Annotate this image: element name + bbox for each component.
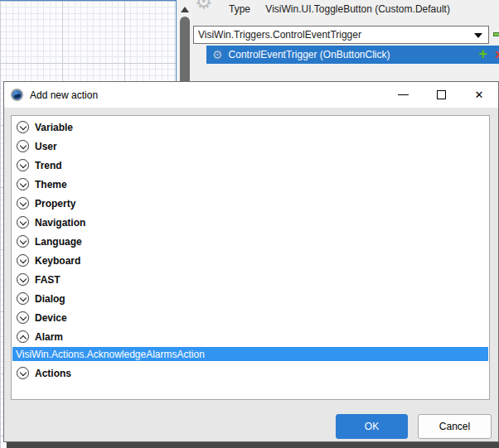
category-label: Trend [35,160,62,171]
minimize-button[interactable] [384,82,422,108]
gear-icon: ⚙ [195,0,213,13]
chevron-up-circle-icon[interactable] [17,330,29,343]
category-label: Keyboard [35,255,80,267]
category-row-fast[interactable]: FAST [12,270,489,289]
type-label: Type [229,3,250,15]
category-row-language[interactable]: Language [12,232,489,251]
dialog-titlebar[interactable]: Add new action ✕ [4,82,498,108]
category-row-trend[interactable]: Trend [12,156,489,175]
properties-panel: ⚙ Type VisiWin.UI.ToggleButton (Custom.D… [192,0,499,81]
maximize-icon [437,90,446,99]
chevron-down-circle-icon[interactable] [17,311,29,324]
trigger-list-item-selected[interactable]: ⚙ ControlEventTrigger (OnButtonClick) + … [206,46,499,64]
scroll-up-arrow-icon[interactable] [181,7,189,12]
remove-trigger-type-button[interactable] [493,32,499,36]
add-action-button[interactable]: + [478,46,487,63]
minimize-icon [398,94,409,95]
chevron-down-circle-icon[interactable] [17,292,29,305]
chevron-down-circle-icon[interactable] [17,254,29,267]
type-value: VisiWin.UI.ToggleButton (Custom.Default) [265,3,450,15]
close-button[interactable]: ✕ [460,82,498,108]
category-label: FAST [35,274,61,286]
trigger-item-label: ControlEventTrigger (OnButtonClick) [229,49,390,60]
category-row-user[interactable]: User [12,137,489,156]
close-icon: ✕ [475,89,484,100]
category-row-device[interactable]: Device [12,308,489,327]
chevron-down-circle-icon[interactable] [17,367,29,379]
category-label: Property [35,198,75,210]
visiwin-app-icon [11,89,23,101]
category-row-dialog[interactable]: Dialog [12,289,489,308]
delete-trigger-button[interactable]: ✕ [494,48,499,61]
background-window-edge [7,442,499,448]
category-label: Device [35,312,67,324]
category-label: User [35,141,57,152]
category-label: Variable [35,122,73,133]
trigger-dropdown-value: VisiWin.Triggers.ControlEventTrigger [198,29,361,41]
category-row-navigation[interactable]: Navigation [12,213,489,232]
category-label: Theme [35,179,67,190]
trigger-type-dropdown[interactable]: VisiWin.Triggers.ControlEventTrigger [193,26,489,44]
ok-button[interactable]: OK [336,414,408,439]
chevron-down-circle-icon[interactable] [17,140,29,152]
chevron-down-circle-icon[interactable] [17,216,29,229]
scrollbar-thumb[interactable] [180,17,190,81]
category-label: Language [35,236,82,248]
dialog-title: Add new action [30,89,98,101]
category-row-actions[interactable]: Actions [12,364,489,383]
cancel-button[interactable]: Cancel [418,414,492,439]
chevron-down-circle-icon[interactable] [17,273,29,286]
chevron-down-icon[interactable] [474,33,482,38]
maximize-button[interactable] [422,82,460,108]
vertical-scrollbar[interactable] [177,0,192,81]
category-row-property[interactable]: Property [12,194,489,213]
add-new-action-dialog: Add new action ✕ VariableUserTrendThemeP… [3,81,499,442]
category-label: Navigation [35,217,85,229]
gear-icon: ⚙ [212,49,223,60]
chevron-down-circle-icon[interactable] [17,121,29,133]
chevron-down-circle-icon[interactable] [17,197,29,210]
category-label: Alarm [35,331,63,343]
category-row-keyboard[interactable]: Keyboard [12,251,489,270]
action-category-list[interactable]: VariableUserTrendThemePropertyNavigation… [11,115,490,400]
category-row-alarm[interactable]: Alarm [12,327,489,346]
chevron-down-circle-icon[interactable] [17,178,29,190]
chevron-down-circle-icon[interactable] [17,235,29,248]
category-row-variable[interactable]: Variable [12,118,489,137]
category-label: Dialog [35,293,65,305]
category-label: Actions [35,368,71,379]
chevron-down-circle-icon[interactable] [17,159,29,171]
type-row: Type VisiWin.UI.ToggleButton (Custom.Def… [229,3,450,15]
action-item-selected[interactable]: VisiWin.Actions.AcknowledgeAlarmsAction [12,347,488,361]
category-row-theme[interactable]: Theme [12,175,489,194]
